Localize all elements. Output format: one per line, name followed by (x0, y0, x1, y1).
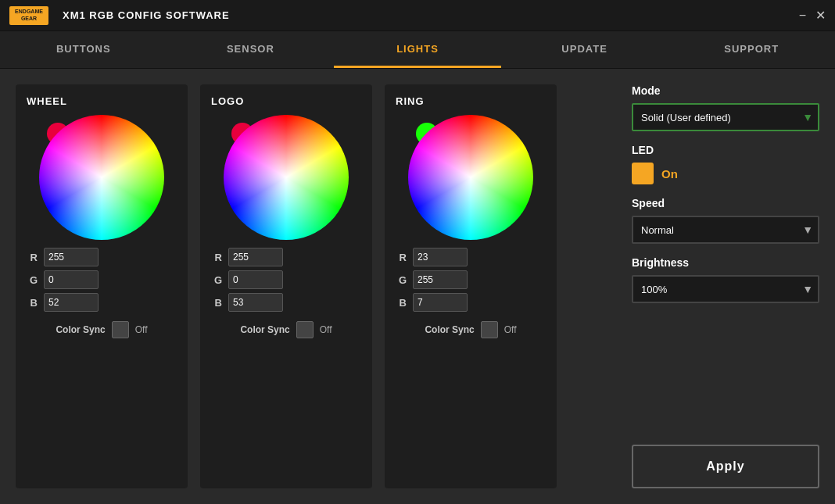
wheel-off-label: Off (135, 324, 148, 335)
ring-sync-row: Color Sync Off (425, 321, 516, 338)
wheel-b-row: B (27, 293, 177, 312)
ring-b-label: B (396, 297, 407, 309)
logo-panel: LOGO R G B Color Sync (200, 84, 372, 488)
logo-text: ENDGAMEGEAR (15, 9, 43, 22)
ring-title: RING (396, 95, 425, 107)
ring-color-picker[interactable] (408, 115, 533, 240)
window-controls: − ✕ (799, 9, 826, 22)
main-content: WHEEL R G B Color Sync (0, 69, 835, 504)
ring-r-row: R (396, 248, 546, 266)
apply-container: Apply (632, 322, 819, 488)
wheel-b-input[interactable] (44, 293, 99, 312)
wheel-g-input[interactable] (44, 270, 99, 289)
brightness-section: Brightness 25% 50% 75% 100% ▼ (632, 256, 819, 303)
wheel-sync-label: Color Sync (56, 324, 105, 335)
logo-r-row: R (211, 248, 361, 266)
logo-g-input[interactable] (228, 270, 283, 289)
wheel-r-label: R (27, 252, 38, 263)
speed-label: Speed (632, 197, 819, 209)
led-indicator[interactable] (632, 163, 654, 184)
logo-area: ENDGAMEGEAR XM1 RGB CONFIG SOFTWARE (9, 6, 230, 25)
ring-panel: RING R G B Color Sync (385, 84, 557, 488)
brightness-dropdown-wrapper: 25% 50% 75% 100% ▼ (632, 275, 819, 303)
wheel-container[interactable] (39, 115, 164, 240)
wheel-title: WHEEL (27, 95, 67, 107)
logo-container[interactable] (224, 115, 349, 240)
tab-update[interactable]: UPDATE (501, 31, 668, 68)
logo-b-label: B (211, 297, 222, 309)
ring-b-row: B (396, 293, 546, 312)
wheel-rgb-inputs: R G B (27, 248, 177, 312)
minimize-button[interactable]: − (799, 9, 806, 22)
mode-dropdown-wrapper: Solid (User defined) Rainbow Breathing O… (632, 103, 819, 131)
right-panel: Mode Solid (User defined) Rainbow Breath… (632, 84, 819, 488)
speed-section: Speed Slow Normal Fast ▼ (632, 197, 819, 244)
ring-off-label: Off (504, 324, 517, 335)
logo-r-label: R (211, 252, 222, 263)
titlebar: ENDGAMEGEAR XM1 RGB CONFIG SOFTWARE − ✕ (0, 0, 835, 31)
mode-section: Mode Solid (User defined) Rainbow Breath… (632, 84, 819, 131)
wheel-r-row: R (27, 248, 177, 266)
logo-r-input[interactable] (228, 248, 283, 266)
wheel-sync-row: Color Sync Off (56, 321, 147, 338)
wheel-b-label: B (27, 297, 38, 309)
wheel-panel: WHEEL R G B Color Sync (16, 84, 188, 488)
logo-b-input[interactable] (228, 293, 283, 312)
logo-sync-label: Color Sync (240, 324, 289, 335)
logo-off-label: Off (320, 324, 332, 335)
logo-color-picker[interactable] (224, 115, 349, 240)
tab-support[interactable]: SUPPORT (668, 31, 835, 68)
logo-box: ENDGAMEGEAR (9, 6, 48, 25)
led-status: On (661, 167, 678, 181)
led-section: LED On (632, 144, 819, 184)
logo-rgb-inputs: R G B (211, 248, 361, 312)
wheel-color-picker[interactable] (39, 115, 164, 240)
led-label: LED (632, 144, 819, 156)
ring-r-label: R (396, 252, 407, 263)
ring-container[interactable] (408, 115, 533, 240)
ring-g-label: G (396, 274, 407, 286)
mode-label: Mode (632, 84, 819, 97)
apply-button[interactable]: Apply (632, 445, 819, 488)
speed-dropdown-wrapper: Slow Normal Fast ▼ (632, 216, 819, 244)
brightness-label: Brightness (632, 256, 819, 269)
brightness-dropdown[interactable]: 25% 50% 75% 100% (632, 275, 819, 303)
tab-buttons[interactable]: BUTTONS (0, 31, 167, 68)
wheel-r-input[interactable] (44, 248, 99, 266)
logo-b-row: B (211, 293, 361, 312)
app-title: XM1 RGB CONFIG SOFTWARE (63, 9, 230, 21)
speed-dropdown[interactable]: Slow Normal Fast (632, 216, 819, 244)
tab-lights[interactable]: LIGHTS (334, 31, 501, 68)
ring-g-row: G (396, 270, 546, 289)
wheel-g-row: G (27, 270, 177, 289)
tab-sensor[interactable]: SENSOR (167, 31, 335, 68)
logo-g-row: G (211, 270, 361, 289)
ring-rgb-inputs: R G B (396, 248, 546, 312)
mode-dropdown[interactable]: Solid (User defined) Rainbow Breathing O… (632, 103, 819, 131)
ring-r-input[interactable] (413, 248, 468, 266)
ring-sync-toggle[interactable] (481, 321, 498, 338)
led-row: On (632, 163, 819, 184)
logo-sync-toggle[interactable] (296, 321, 314, 338)
wheel-sync-toggle[interactable] (112, 321, 129, 338)
ring-sync-label: Color Sync (425, 324, 474, 335)
close-button[interactable]: ✕ (815, 9, 826, 22)
nav-tabs: BUTTONS SENSOR LIGHTS UPDATE SUPPORT (0, 31, 835, 69)
logo-title: LOGO (211, 95, 244, 107)
ring-g-input[interactable] (413, 270, 468, 289)
wheel-g-label: G (27, 274, 38, 286)
color-panels: WHEEL R G B Color Sync (16, 84, 616, 488)
logo-g-label: G (211, 274, 222, 286)
ring-b-input[interactable] (413, 293, 468, 312)
logo-sync-row: Color Sync Off (240, 321, 331, 338)
